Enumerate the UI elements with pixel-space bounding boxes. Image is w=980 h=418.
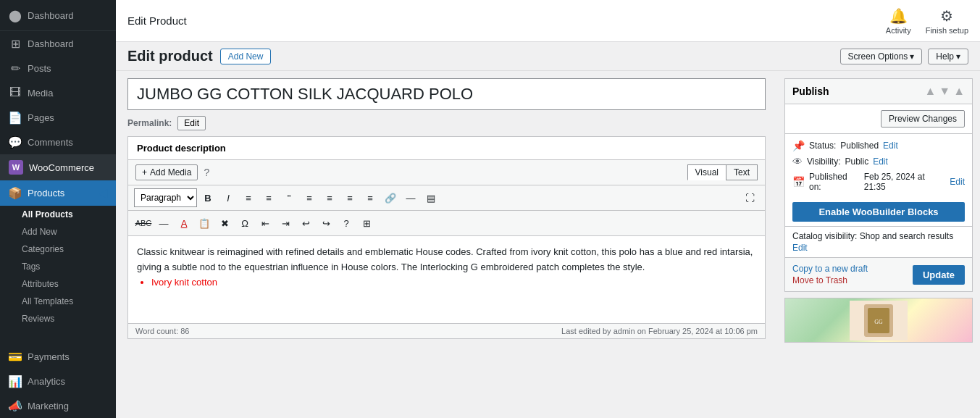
redo-button[interactable]: ↪: [317, 214, 335, 233]
visibility-label: Visibility:: [807, 156, 840, 167]
finish-setup-button[interactable]: ⚙ Finish setup: [926, 7, 968, 35]
visibility-icon: 👁: [792, 156, 803, 167]
products-arrow-icon: ◀: [99, 186, 107, 200]
finish-setup-icon: ⚙: [940, 7, 953, 25]
fmt-bar2-left: ABC — A 📋 ✖ Ω ⇤ ⇥ ↩ ↪ ? ⊞: [134, 214, 376, 233]
italic-icon: I: [227, 193, 230, 204]
align-left-button[interactable]: ≡: [300, 188, 319, 207]
status-edit-link[interactable]: Edit: [883, 141, 898, 151]
unordered-list-button[interactable]: ≡: [239, 188, 258, 207]
align-center-button[interactable]: ≡: [320, 188, 339, 207]
permalink-edit-button[interactable]: Edit: [177, 116, 206, 130]
close-panel-icon[interactable]: ▲: [953, 85, 965, 98]
visibility-edit-link[interactable]: Edit: [873, 156, 888, 167]
activity-label: Activity: [886, 26, 911, 35]
media-icon: 🎞: [9, 86, 22, 99]
comments-icon: 💬: [9, 135, 22, 149]
sidebar-item-label: Products: [28, 188, 64, 198]
screen-options-button[interactable]: Screen Options ▾: [840, 49, 923, 64]
sidebar-item-label: Marketing: [28, 401, 69, 411]
publish-meta: 📌 Status: Published Edit 👁 Visibility: P…: [785, 134, 972, 198]
sidebar-sub-all-templates[interactable]: All Templates: [0, 293, 116, 310]
align-right-button[interactable]: ≡: [340, 188, 359, 207]
sidebar-item-label: Analytics: [28, 376, 65, 387]
table-button[interactable]: ⊞: [357, 214, 376, 233]
sidebar-item-pages[interactable]: 📄 Pages: [0, 105, 116, 130]
blockquote-button[interactable]: ": [280, 188, 298, 207]
published-on-edit-link[interactable]: Edit: [950, 177, 965, 187]
preview-changes-button[interactable]: Preview Changes: [881, 110, 965, 128]
clear-formatting-button[interactable]: ✖: [215, 214, 234, 233]
fullscreen-button[interactable]: ⛶: [740, 188, 759, 207]
publish-actions: Copy to a new draft Move to Trash Update: [785, 257, 972, 291]
sidebar-item-analytics[interactable]: 📊 Analytics: [0, 369, 116, 393]
ordered-list-button[interactable]: ≡: [259, 188, 278, 207]
sidebar-logo[interactable]: ⬤ Dashboard: [0, 0, 116, 31]
sidebar-item-posts[interactable]: ✏ Posts: [0, 56, 116, 80]
sidebar-sub-attributes[interactable]: Attributes: [0, 275, 116, 293]
status-row: 📌 Status: Published Edit: [792, 140, 965, 151]
sidebar-item-woocommerce[interactable]: W WooCommerce: [0, 154, 116, 180]
screen-options-chevron-icon: ▾: [910, 51, 914, 62]
align-justify-button[interactable]: ≡: [361, 188, 380, 207]
sidebar-item-dashboard[interactable]: ⊞ Dashboard: [0, 31, 116, 56]
toggle-toolbar-button[interactable]: ▤: [422, 188, 440, 207]
collapse-up-icon[interactable]: ▲: [924, 85, 936, 98]
payments-icon: 💳: [9, 350, 22, 363]
catalog-visibility-row: Catalog visibility: Shop and search resu…: [785, 226, 972, 257]
catalog-edit-link[interactable]: Edit: [792, 243, 965, 253]
catalog-visibility-label: Catalog visibility:: [792, 231, 857, 241]
sidebar-item-marketing[interactable]: 📣 Marketing: [0, 393, 116, 418]
add-media-button[interactable]: + Add Media: [135, 164, 198, 180]
page-title: Edit product: [127, 48, 213, 64]
activity-button[interactable]: 🔔 Activity: [886, 7, 911, 35]
text-color-button[interactable]: A: [175, 214, 193, 233]
horizontal-rule-button[interactable]: —: [154, 214, 173, 233]
product-thumbnail-image[interactable]: GG: [785, 298, 972, 342]
sidebar-sub-tags[interactable]: Tags: [0, 258, 116, 275]
special-chars-button[interactable]: Ω: [235, 214, 254, 233]
sidebar-item-media[interactable]: 🎞 Media: [0, 80, 116, 105]
sidebar-sub-all-products[interactable]: All Products: [0, 206, 116, 223]
indent-button[interactable]: ⇥: [276, 214, 295, 233]
sidebar-item-payments[interactable]: 💳 Payments: [0, 344, 116, 369]
product-thumbnail-box: GG: [784, 298, 973, 343]
sidebar: ⬤ Dashboard ⊞ Dashboard ✏ Posts 🎞 Media …: [0, 0, 116, 418]
sidebar-item-label: Dashboard: [28, 38, 74, 49]
help-button[interactable]: Help ▾: [928, 49, 968, 64]
move-trash-button[interactable]: Move to Trash: [792, 275, 868, 285]
sidebar-sub-reviews[interactable]: Reviews: [0, 310, 116, 327]
paste-as-text-button[interactable]: 📋: [195, 214, 214, 233]
help-kb-button[interactable]: ?: [337, 214, 356, 233]
visual-tab-button[interactable]: Visual: [687, 164, 726, 180]
outdent-button[interactable]: ⇤: [256, 214, 275, 233]
editor-content[interactable]: Classic knitwear is reimagined with refi…: [128, 236, 765, 323]
publish-controls: ▲ ▼ ▲: [924, 85, 965, 98]
bold-button[interactable]: B: [198, 188, 217, 207]
subheader-left: Edit product Add New: [127, 48, 271, 64]
paragraph-select[interactable]: Paragraph: [134, 188, 197, 207]
update-button[interactable]: Update: [913, 265, 965, 285]
publish-left-actions: Copy to a new draft Move to Trash: [792, 264, 868, 285]
italic-button[interactable]: I: [219, 188, 238, 207]
status-value: Published: [840, 141, 879, 151]
editor-status-bar: Word count: 86 Last edited by admin on F…: [128, 323, 765, 338]
sidebar-sub-add-new[interactable]: Add New: [0, 223, 116, 241]
editor-bullet-item: Ivory knit cotton: [151, 275, 756, 290]
dashboard-icon: ⊞: [9, 37, 22, 50]
add-new-button[interactable]: Add New: [220, 49, 272, 64]
visual-text-tabs: Visual Text: [687, 164, 758, 180]
collapse-down-icon[interactable]: ▼: [939, 85, 950, 98]
text-tab-button[interactable]: Text: [726, 164, 758, 180]
insert-link-button[interactable]: 🔗: [381, 188, 400, 207]
sidebar-item-products[interactable]: 📦 Products ◀: [0, 180, 116, 206]
sidebar-item-comments[interactable]: 💬 Comments: [0, 130, 116, 154]
visibility-row: 👁 Visibility: Public Edit: [792, 156, 965, 167]
undo-button[interactable]: ↩: [296, 214, 315, 233]
strikethrough-button[interactable]: ABC: [134, 214, 153, 233]
product-title-input[interactable]: [127, 78, 766, 110]
more-button[interactable]: —: [401, 188, 420, 207]
sidebar-sub-categories[interactable]: Categories: [0, 241, 116, 258]
enable-woobuilder-button[interactable]: Enable WooBuilder Blocks: [792, 202, 965, 222]
copy-draft-button[interactable]: Copy to a new draft: [792, 264, 868, 274]
